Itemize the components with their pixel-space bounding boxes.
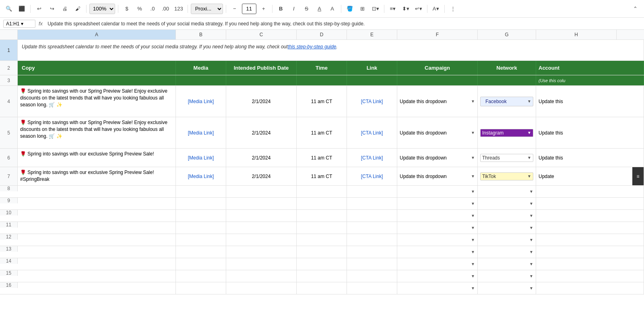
campaign-dropdown-arrow-7[interactable]: ▼ [471, 174, 475, 178]
row10-account[interactable] [536, 210, 644, 222]
row16-col-c[interactable] [226, 282, 297, 294]
intro-cell[interactable]: Update this spreadsheet calendar to meet… [18, 40, 644, 60]
row13-col-b[interactable] [176, 246, 226, 258]
row14-col-d[interactable] [297, 258, 347, 270]
campaign-dd-11[interactable]: ▼ [471, 226, 475, 230]
network-dd-16[interactable]: ▼ [529, 286, 533, 290]
row12-network[interactable]: ▼ [478, 234, 536, 246]
print-button[interactable]: 🖨 [59, 3, 70, 14]
row4-copy[interactable]: 🌹 Spring into savings with our Spring Pr… [18, 86, 176, 117]
more-button[interactable]: ⋮ [448, 3, 459, 14]
row8-account[interactable] [536, 186, 644, 197]
row16-col-b[interactable] [176, 282, 226, 294]
row7-time[interactable]: 11 am CT [297, 167, 347, 185]
row10-network[interactable]: ▼ [478, 210, 536, 222]
row11-network[interactable]: ▼ [478, 222, 536, 234]
row14-col-e[interactable] [347, 258, 397, 270]
row10-col-b[interactable] [176, 210, 226, 222]
scroll-handle[interactable]: ≡ [632, 167, 644, 185]
network-dd-12[interactable]: ▼ [529, 238, 533, 242]
campaign-dd-12[interactable]: ▼ [471, 238, 475, 242]
row8-col-b[interactable] [176, 186, 226, 197]
row9-account[interactable] [536, 198, 644, 209]
network-dropdown-arrow-5[interactable]: ▼ [527, 130, 531, 135]
row5-time[interactable]: 11 am CT [297, 117, 347, 148]
row13-col-d[interactable] [297, 246, 347, 258]
network-dd-14[interactable]: ▼ [529, 262, 533, 266]
row4-media[interactable]: [Media Link] [176, 86, 226, 117]
row7-copy[interactable]: 🌹 Spring into savings with our exclusive… [18, 167, 176, 185]
row7-account[interactable]: Update ≡ [536, 167, 644, 185]
fill-color-button[interactable]: 🪣 [344, 3, 355, 14]
col-header-d[interactable]: D [297, 30, 347, 39]
row13-col-a[interactable] [18, 246, 176, 258]
row5-media[interactable]: [Media Link] [176, 117, 226, 148]
row4-link[interactable]: [CTA Link] [347, 86, 397, 117]
row8-col-d[interactable] [297, 186, 347, 197]
text-wrap-button[interactable]: ↵▾ [413, 3, 424, 14]
row7-network[interactable]: TikTok ▼ [478, 167, 536, 185]
row11-col-d[interactable] [297, 222, 347, 234]
row15-col-c[interactable] [226, 270, 297, 282]
row15-col-a[interactable] [18, 270, 176, 282]
campaign-dd-13[interactable]: ▼ [471, 250, 475, 254]
row10-col-a[interactable] [18, 210, 176, 222]
row16-network[interactable]: ▼ [478, 282, 536, 294]
row9-col-b[interactable] [176, 198, 226, 209]
row8-col-e[interactable] [347, 186, 397, 197]
undo-button[interactable]: ↩ [33, 3, 45, 14]
row7-date[interactable]: 2/1/2024 [226, 167, 297, 185]
zoom-select[interactable]: 100% [89, 4, 115, 14]
step-guide-link[interactable]: this step-by-step guide [288, 43, 336, 50]
font-increase-button[interactable]: + [258, 3, 269, 14]
row15-col-e[interactable] [347, 270, 397, 282]
percent-button[interactable]: % [134, 3, 145, 14]
row14-campaign[interactable]: ▼ [397, 258, 478, 270]
col-header-h[interactable]: H [536, 30, 617, 39]
row16-col-d[interactable] [297, 282, 347, 294]
font-decrease-button[interactable]: − [229, 3, 240, 14]
row5-network[interactable]: Instagram ▼ [478, 117, 536, 148]
campaign-dd-16[interactable]: ▼ [471, 286, 475, 290]
network-dropdown-arrow-7[interactable]: ▼ [527, 174, 531, 178]
row4-campaign[interactable]: Update this dropdown ▼ [397, 86, 478, 117]
row15-col-b[interactable] [176, 270, 226, 282]
row9-col-d[interactable] [297, 198, 347, 209]
row10-col-d[interactable] [297, 210, 347, 222]
row10-col-c[interactable] [226, 210, 297, 222]
search-button[interactable]: 🔍 [3, 3, 14, 14]
row12-col-d[interactable] [297, 234, 347, 246]
row8-col-c[interactable] [226, 186, 297, 197]
merge-cells-button[interactable]: ⊡▾ [370, 3, 381, 14]
col-header-f[interactable]: F [397, 30, 478, 39]
row16-campaign[interactable]: ▼ [397, 282, 478, 294]
row14-col-a[interactable] [18, 258, 176, 270]
row7-media[interactable]: [Media Link] [176, 167, 226, 185]
row7-campaign[interactable]: Update this dropdown ▼ [397, 167, 478, 185]
network-dd-10[interactable]: ▼ [529, 213, 533, 218]
row12-campaign[interactable]: ▼ [397, 234, 478, 246]
row6-campaign[interactable]: Update this dropdown ▼ [397, 149, 478, 167]
row6-network[interactable]: Threads ▼ [478, 149, 536, 167]
col-header-a[interactable]: A [18, 30, 176, 39]
row9-network[interactable]: ▼ [478, 198, 536, 209]
paint-format2-button[interactable]: 🖌 [72, 3, 83, 14]
campaign-dd-8[interactable]: ▼ [471, 189, 475, 194]
campaign-dd-10[interactable]: ▼ [471, 213, 475, 218]
campaign-dropdown-arrow[interactable]: ▼ [471, 99, 475, 104]
row5-date[interactable]: 2/1/2024 [226, 117, 297, 148]
decimal-increase-button[interactable]: .00 [160, 3, 171, 14]
cell-reference[interactable]: A1:H1 ▾ [3, 20, 35, 28]
align-button[interactable]: ≡▾ [387, 3, 398, 14]
row9-col-e[interactable] [347, 198, 397, 209]
row16-col-a[interactable] [18, 282, 176, 294]
row6-copy[interactable]: 🌹 Spring into savings with our exclusive… [18, 149, 176, 167]
row8-network[interactable]: ▼ [478, 186, 536, 197]
row16-col-e[interactable] [347, 282, 397, 294]
row7-link[interactable]: [CTA Link] [347, 167, 397, 185]
font-select[interactable]: Proxi... [191, 4, 223, 14]
row13-account[interactable] [536, 246, 644, 258]
row4-network[interactable]: Facebook ▼ [478, 86, 536, 117]
row6-date[interactable]: 2/1/2024 [226, 149, 297, 167]
row11-campaign[interactable]: ▼ [397, 222, 478, 234]
